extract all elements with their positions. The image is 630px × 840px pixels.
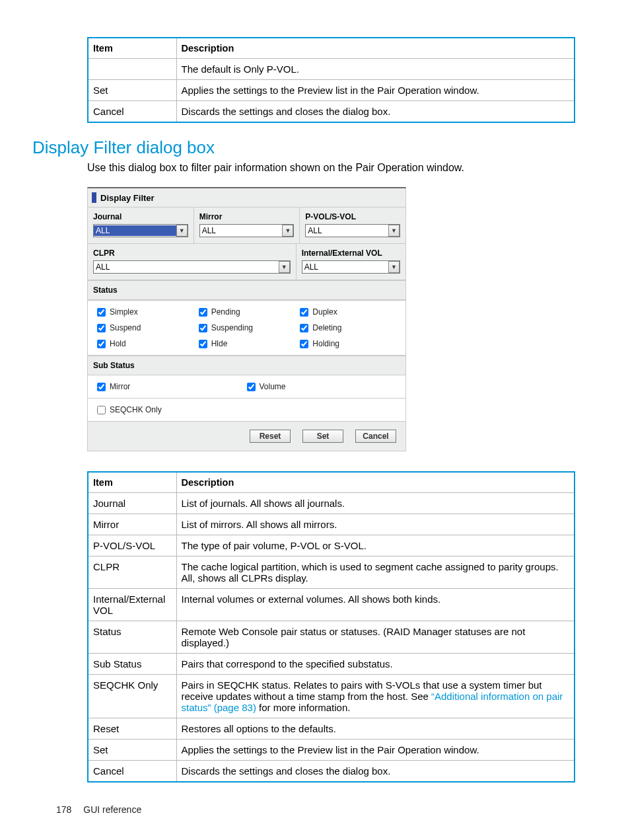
intro-text: Use this dialog box to filter pair infor… — [87, 162, 575, 174]
mirror-dropdown[interactable]: ALL ▼ — [199, 224, 295, 237]
display-filter-dialog: Display Filter Journal Mirror P-VOL/S-VO… — [87, 187, 406, 451]
intext-vol-dropdown[interactable]: ALL ▼ — [302, 260, 400, 274]
table-row: MirrorList of mirrors. All shows all mir… — [88, 514, 575, 535]
table-row: CancelDiscards the settings and closes t… — [88, 761, 575, 783]
mirror-label: Mirror — [194, 208, 300, 224]
chevron-down-icon: ▼ — [388, 225, 400, 237]
journal-label: Journal — [88, 208, 194, 224]
status-suspending-checkbox[interactable]: Suspending — [199, 323, 295, 332]
substatus-row: Mirror Volume — [88, 375, 405, 399]
cancel-button[interactable]: Cancel — [355, 430, 396, 443]
col-item-header: Item — [88, 472, 176, 493]
status-hold-checkbox[interactable]: Hold — [97, 339, 193, 348]
table-row: Sub StatusPairs that correspond to the s… — [88, 654, 575, 675]
table-row: SetApplies the settings to the Preview l… — [88, 740, 575, 761]
chevron-down-icon: ▼ — [282, 225, 293, 237]
table-row: Cancel Discards the settings and closes … — [88, 101, 575, 123]
col-desc-header: Description — [176, 472, 575, 493]
chevron-down-icon: ▼ — [279, 261, 290, 273]
table-row: CLPRThe cache logical partition, which i… — [88, 556, 575, 589]
item-description-table-top: Item Description The default is Only P-V… — [87, 37, 575, 123]
page-number: 178 — [56, 804, 71, 815]
chevron-down-icon: ▼ — [388, 261, 400, 273]
chevron-down-icon: ▼ — [176, 225, 188, 237]
status-simplex-checkbox[interactable]: Simplex — [97, 307, 193, 317]
table-row: The default is Only P-VOL. — [88, 59, 575, 80]
footer-section: GUI reference — [83, 804, 141, 815]
table-row: Internal/External VOLInternal volumes or… — [88, 589, 575, 621]
col-item-header: Item — [88, 38, 176, 59]
status-deleting-checkbox[interactable]: Deleting — [300, 323, 396, 332]
set-button[interactable]: Set — [302, 430, 343, 443]
intext-vol-label: Internal/External VOL — [297, 244, 405, 260]
pvol-svol-dropdown[interactable]: ALL ▼ — [305, 224, 400, 237]
col-desc-header: Description — [176, 38, 575, 59]
clpr-dropdown[interactable]: ALL ▼ — [93, 260, 291, 274]
item-description-table-bottom: Item Description JournalList of journals… — [87, 471, 575, 783]
title-bar-icon — [92, 192, 96, 203]
status-duplex-checkbox[interactable]: Duplex — [300, 307, 396, 317]
table-row: SEQCHK Only Pairs in SEQCHK status. Rela… — [88, 675, 575, 718]
status-hlde-checkbox[interactable]: Hlde — [199, 339, 295, 348]
substatus-mirror-checkbox[interactable]: Mirror — [97, 382, 247, 391]
status-holding-checkbox[interactable]: Holding — [300, 339, 396, 348]
journal-dropdown[interactable]: ALL ▼ — [93, 224, 188, 237]
table-row: Set Applies the settings to the Preview … — [88, 80, 575, 101]
dialog-title-bar: Display Filter — [88, 188, 405, 208]
table-row: JournalList of journals. All shows all j… — [88, 493, 575, 514]
table-row: P-VOL/S-VOLThe type of pair volume, P-VO… — [88, 535, 575, 556]
table-row: StatusRemote Web Console pair status or … — [88, 621, 575, 654]
status-section-label: Status — [88, 280, 405, 300]
reset-button[interactable]: Reset — [250, 430, 291, 443]
substatus-section-label: Sub Status — [88, 356, 405, 375]
page-footer: 178 GUI reference — [56, 804, 141, 815]
seqchk-desc-cell: Pairs in SEQCHK status. Relates to pairs… — [176, 675, 575, 718]
dialog-button-bar: Reset Set Cancel — [88, 422, 405, 451]
status-checkbox-grid: Simplex Pending Duplex Suspend Suspendin… — [88, 300, 405, 356]
section-heading: Display Filter dialog box — [32, 137, 575, 158]
status-suspend-checkbox[interactable]: Suspend — [97, 323, 193, 332]
clpr-label: CLPR — [88, 244, 297, 260]
status-pending-checkbox[interactable]: Pending — [199, 307, 295, 317]
substatus-volume-checkbox[interactable]: Volume — [247, 382, 397, 391]
dialog-title-text: Display Filter — [100, 193, 155, 203]
table-row: ResetRestores all options to the default… — [88, 718, 575, 740]
seqchk-only-checkbox[interactable]: SEQCHK Only — [97, 405, 396, 414]
pvol-svol-label: P-VOL/S-VOL — [300, 208, 405, 224]
